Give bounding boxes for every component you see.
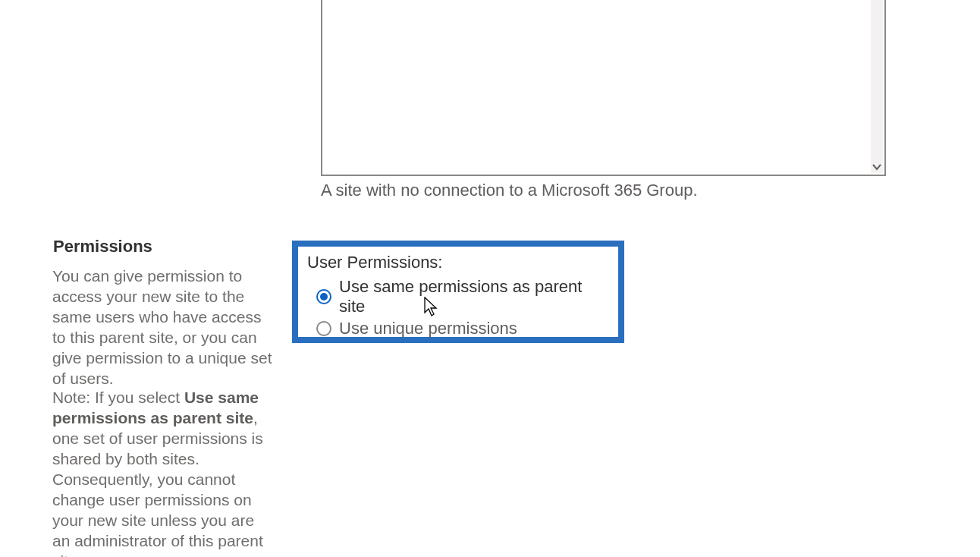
permissions-description: You can give permission to access your n… (52, 266, 274, 389)
scroll-down-icon[interactable] (871, 161, 883, 173)
radio-icon (316, 321, 331, 336)
radio-icon (316, 289, 331, 304)
radio-same-permissions[interactable]: Use same permissions as parent site (316, 277, 611, 316)
template-listbox[interactable]: Team site (classic experience) Project S… (321, 0, 886, 176)
permissions-note: Note: If you select Use same permissions… (52, 387, 271, 557)
permissions-note-suffix: , one set of user permissions is shared … (52, 409, 263, 557)
template-help-text: A site with no connection to a Microsoft… (321, 181, 698, 200)
radio-label: Use unique permissions (339, 319, 517, 338)
user-permissions-box: User Permissions: Use same permissions a… (292, 241, 624, 343)
user-permissions-label: User Permissions: (307, 253, 611, 272)
permissions-heading: Permissions (53, 237, 152, 256)
radio-label: Use same permissions as parent site (339, 277, 611, 316)
permissions-note-prefix: Note: If you select (52, 389, 184, 406)
template-list: Team site (classic experience) Project S… (322, 0, 871, 175)
template-scrollbar[interactable] (871, 0, 883, 173)
radio-unique-permissions[interactable]: Use unique permissions (316, 319, 611, 338)
